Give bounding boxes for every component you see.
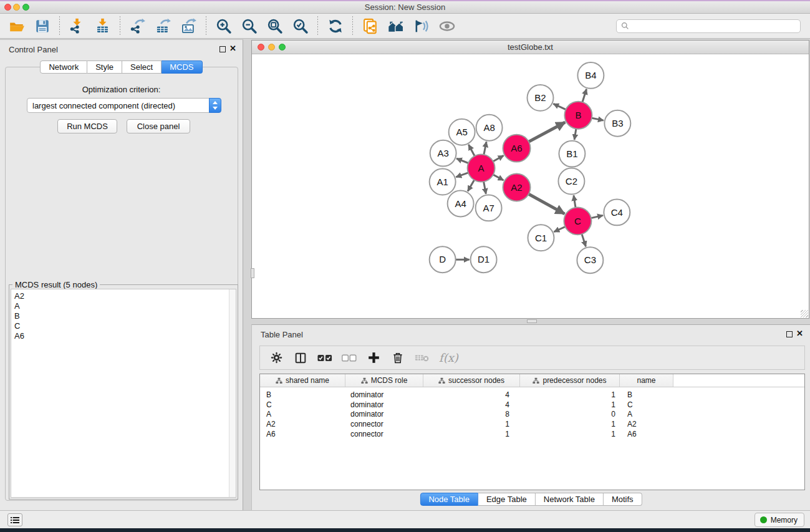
- close-panel-icon[interactable]: ✕: [229, 44, 236, 54]
- tab-node-table[interactable]: Node Table: [420, 493, 478, 506]
- zoom-out-icon[interactable]: [238, 16, 261, 37]
- mcds-result-list[interactable]: A2ABCA6: [11, 289, 236, 498]
- graph-node-B4[interactable]: B4: [577, 62, 604, 89]
- table-row-c[interactable]: Cdominator41C: [260, 400, 804, 410]
- zoom-window-button[interactable]: [22, 4, 29, 11]
- graph-node-A4[interactable]: A4: [448, 190, 474, 216]
- float-panel-icon[interactable]: [219, 46, 226, 52]
- zoom-fit-icon[interactable]: [263, 16, 286, 37]
- table-row-a2[interactable]: A2connector11A2: [260, 419, 804, 429]
- graph-node-A2[interactable]: A2: [503, 174, 531, 201]
- table-row-b[interactable]: Bdominator41B: [260, 390, 804, 400]
- delete-table-icon[interactable]: [415, 351, 430, 365]
- network-graph[interactable]: AA1A2A3A4A5A6A7A8BB1B2B3B4CC1C2C3C4DD1: [252, 54, 809, 318]
- vertical-splitter-handle[interactable]: [251, 268, 254, 278]
- new-network-document-icon[interactable]: [359, 16, 382, 37]
- import-network-icon[interactable]: [65, 16, 89, 37]
- delete-columns-trash-icon[interactable]: [390, 351, 405, 365]
- graph-node-B2[interactable]: B2: [528, 85, 554, 111]
- graph-node-A3[interactable]: A3: [430, 140, 456, 167]
- column-header-successor-nodes[interactable]: successor nodes: [423, 374, 520, 387]
- run-mcds-button[interactable]: Run MCDS: [57, 119, 117, 133]
- column-header-predecessor-nodes[interactable]: predecessor nodes: [520, 374, 620, 387]
- control-panel-tabs: NetworkStyleSelectMCDS: [0, 60, 243, 74]
- settings-gear-icon[interactable]: [269, 351, 284, 365]
- graph-node-C1[interactable]: C1: [528, 225, 554, 251]
- svg-text:A4: A4: [455, 198, 466, 209]
- close-window-button[interactable]: [4, 4, 11, 11]
- result-item-c[interactable]: C: [11, 321, 236, 331]
- graph-node-A6[interactable]: A6: [503, 135, 531, 162]
- tab-network-table[interactable]: Network Table: [536, 493, 604, 506]
- close-panel-button[interactable]: Close panel: [127, 119, 190, 133]
- table-row-a6[interactable]: A6connector11A6: [260, 429, 804, 439]
- horizontal-splitter-handle[interactable]: [527, 319, 537, 323]
- column-header-shared-name[interactable]: shared name: [260, 374, 345, 387]
- result-item-a6[interactable]: A6: [11, 331, 236, 341]
- column-header-mcds-role[interactable]: MCDS role: [345, 374, 423, 387]
- minimize-window-button[interactable]: [13, 4, 20, 11]
- hide-graphics-details-icon[interactable]: [410, 16, 433, 37]
- column-browser-icon[interactable]: [293, 351, 308, 365]
- export-table-icon[interactable]: [152, 16, 175, 37]
- search-input[interactable]: [632, 22, 796, 31]
- network-canvas[interactable]: AA1A2A3A4A5A6A7A8BB1B2B3B4CC1C2C3C4DD1: [252, 54, 809, 318]
- result-item-a[interactable]: A: [11, 301, 236, 311]
- result-item-a2[interactable]: A2: [11, 291, 236, 301]
- table-cell: C: [620, 400, 673, 409]
- minimize-view-button[interactable]: [268, 44, 275, 51]
- graph-node-D1[interactable]: D1: [471, 246, 497, 273]
- result-item-b[interactable]: B: [11, 311, 236, 321]
- zoom-in-icon[interactable]: [212, 16, 235, 37]
- result-scrollbar[interactable]: [229, 289, 236, 497]
- open-file-icon[interactable]: [5, 16, 28, 37]
- graph-node-A[interactable]: A: [468, 155, 495, 182]
- graph-node-C[interactable]: C: [564, 207, 591, 235]
- save-session-icon[interactable]: [31, 16, 54, 37]
- tab-edge-table[interactable]: Edge Table: [478, 493, 536, 506]
- criterion-dropdown[interactable]: largest connected component (directed): [27, 98, 221, 113]
- network-overview-home-icon[interactable]: [384, 16, 407, 37]
- tab-network[interactable]: Network: [40, 60, 87, 74]
- deselect-all-checkboxes-icon[interactable]: [342, 351, 357, 365]
- graph-node-B1[interactable]: B1: [559, 141, 585, 167]
- close-view-button[interactable]: [258, 44, 264, 51]
- graph-node-A7[interactable]: A7: [476, 195, 502, 221]
- graph-node-C3[interactable]: C3: [577, 247, 603, 273]
- table-row-a[interactable]: Adominator80A: [260, 409, 804, 419]
- search-field[interactable]: [616, 19, 801, 33]
- dropdown-stepper-icon[interactable]: [209, 98, 221, 113]
- graph-node-A1[interactable]: A1: [430, 169, 456, 195]
- tab-select[interactable]: Select: [122, 60, 162, 74]
- node-table[interactable]: shared nameMCDS rolesuccessor nodesprede…: [259, 374, 805, 490]
- tab-style[interactable]: Style: [87, 60, 122, 74]
- close-table-panel-icon[interactable]: ✕: [796, 329, 803, 339]
- graph-node-C2[interactable]: C2: [558, 168, 584, 195]
- import-table-icon[interactable]: [91, 16, 114, 37]
- graph-node-C4[interactable]: C4: [604, 199, 630, 225]
- graph-node-B[interactable]: B: [564, 102, 592, 129]
- tab-mcds[interactable]: MCDS: [162, 60, 202, 74]
- graph-node-A5[interactable]: A5: [449, 119, 475, 145]
- graph-node-A8[interactable]: A8: [476, 115, 503, 141]
- zoom-view-button[interactable]: [279, 44, 286, 51]
- column-header-name[interactable]: name: [620, 374, 673, 387]
- zoom-selected-icon[interactable]: [289, 16, 312, 37]
- memory-button[interactable]: Memory: [755, 513, 804, 527]
- svg-text:D1: D1: [478, 254, 489, 264]
- float-table-panel-icon[interactable]: [786, 331, 793, 337]
- export-image-icon[interactable]: [177, 16, 200, 37]
- graph-node-B3[interactable]: B3: [604, 110, 630, 137]
- select-all-checkboxes-icon[interactable]: [317, 351, 332, 365]
- function-builder-icon[interactable]: f(x): [439, 351, 458, 364]
- resize-corner-handle[interactable]: [801, 310, 808, 317]
- refresh-group: [324, 16, 347, 37]
- graph-node-D[interactable]: D: [430, 246, 456, 273]
- add-column-icon[interactable]: [366, 351, 381, 365]
- tab-motifs[interactable]: Motifs: [604, 493, 642, 506]
- export-network-icon[interactable]: [126, 16, 149, 37]
- task-history-button[interactable]: [7, 513, 22, 526]
- list-icon: [11, 516, 19, 524]
- refresh-icon[interactable]: [324, 16, 347, 37]
- show-graphics-details-eye-icon[interactable]: [435, 16, 458, 37]
